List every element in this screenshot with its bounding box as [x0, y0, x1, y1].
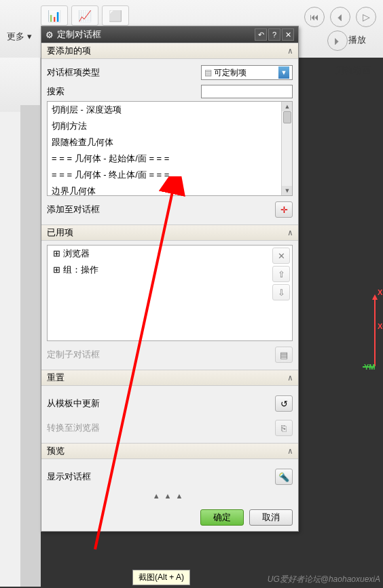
- left-panel-top: [0, 58, 41, 112]
- more-button[interactable]: 更多 ▾: [7, 31, 32, 43]
- used-items-tree[interactable]: ⊞ 浏览器 ⊞ 组：操作 ✕ ⇧ ⇩: [47, 245, 293, 341]
- axis-ym-label: YM: [364, 363, 376, 371]
- watermark: UG爱好者论坛@haohaoxuexiA: [268, 574, 380, 585]
- prev-icon[interactable]: ⏴: [330, 7, 350, 27]
- sub-dialog-label: 定制子对话框: [47, 349, 100, 361]
- update-template-label: 从模板中更新: [47, 397, 100, 410]
- ok-button[interactable]: 确定: [200, 509, 244, 526]
- move-up-button[interactable]: ⇧: [272, 266, 290, 282]
- more-label: 更多: [7, 31, 24, 41]
- show-dialog-button[interactable]: 🔦: [275, 469, 293, 485]
- search-label: 搜索: [47, 85, 65, 98]
- screenshot-tooltip: 截图(Alt + A): [132, 570, 190, 585]
- add-to-dialog-label: 添加至对话框: [47, 203, 100, 216]
- next-icon[interactable]: ⏵: [327, 31, 348, 51]
- list-item[interactable]: = = = 几何体 - 终止体/面 = = =: [48, 167, 292, 183]
- list-item[interactable]: 边界几何体: [48, 183, 292, 196]
- item-type-value: 可定制项: [214, 67, 247, 79]
- chevron-up-icon: ∧: [288, 373, 293, 383]
- item-type-select[interactable]: ▤ 可定制项 ▼: [201, 65, 293, 80]
- left-gutter: [0, 112, 20, 587]
- dialog-title: 定制对话框: [57, 28, 101, 41]
- play-label: 播放: [348, 34, 366, 46]
- section-preview[interactable]: 预览 ∧: [41, 443, 298, 459]
- mid-gutter: [20, 105, 41, 587]
- chevron-up-icon: ∧: [288, 46, 293, 56]
- search-input[interactable]: [201, 85, 293, 98]
- update-template-button[interactable]: ↺: [275, 395, 293, 412]
- convert-browser-button[interactable]: ⎘: [275, 420, 293, 436]
- section-used-items[interactable]: 已用项 ∧: [41, 224, 298, 241]
- section-reset[interactable]: 重置 ∧: [41, 370, 298, 386]
- section-used-label: 已用项: [47, 227, 73, 239]
- track-label: 刀轨动画: [335, 64, 371, 77]
- tree-item[interactable]: ⊞ 浏览器: [48, 246, 292, 262]
- scroll-up-icon[interactable]: ▲: [282, 102, 293, 111]
- list-item[interactable]: = = = 几何体 - 起始体/面 = = =: [48, 151, 292, 167]
- scroll-thumb[interactable]: [283, 111, 291, 123]
- play-icon[interactable]: ▷: [356, 7, 376, 27]
- list-scrollbar[interactable]: ▲ ▼: [281, 102, 292, 195]
- rewind-icon[interactable]: ⏮: [304, 7, 325, 27]
- reset-settings-icon[interactable]: ↶: [255, 28, 267, 41]
- scroll-down-icon[interactable]: ▼: [282, 186, 293, 195]
- toolbar-icon-1[interactable]: 📊: [41, 5, 68, 26]
- sub-dialog-button[interactable]: ▤: [275, 347, 293, 363]
- convert-browser-label: 转换至浏览器: [47, 422, 100, 434]
- right-toolbar: ⏮ ⏴ ▷ ⏵: [304, 7, 376, 27]
- dialog-titlebar[interactable]: ⚙ 定制对话框 ↶ ? ✕: [41, 26, 298, 43]
- close-icon[interactable]: ✕: [282, 28, 294, 41]
- axis-xc-label: XC: [378, 322, 383, 330]
- gear-icon: ⚙: [45, 30, 54, 40]
- help-icon[interactable]: ?: [268, 28, 280, 41]
- section-reset-label: 重置: [47, 372, 65, 384]
- axis-xm-label: XM: [378, 288, 383, 296]
- list-item[interactable]: 跟随检查几何体: [48, 134, 292, 151]
- chevron-up-icon: ∧: [288, 446, 293, 456]
- customize-dialog: ⚙ 定制对话框 ↶ ? ✕ 要添加的项 ∧ 对话框项类型 ▤ 可定制项 ▼ 搜索…: [41, 26, 299, 532]
- item-type-label: 对话框项类型: [47, 66, 201, 79]
- toolbar-icon-3[interactable]: ⬜: [102, 5, 129, 26]
- move-down-button[interactable]: ⇩: [272, 284, 290, 300]
- section-preview-label: 预览: [47, 445, 65, 457]
- cancel-button[interactable]: 取消: [249, 509, 293, 526]
- section-add-items[interactable]: 要添加的项 ∧: [41, 43, 298, 59]
- section-add-items-label: 要添加的项: [47, 45, 91, 57]
- list-item[interactable]: 切削层 - 深度选项: [48, 102, 292, 118]
- chevron-up-icon: ∧: [288, 228, 293, 237]
- available-items-list[interactable]: 切削层 - 深度选项 切削方法 跟随检查几何体 = = = 几何体 - 起始体/…: [47, 101, 293, 196]
- show-dialog-label: 显示对话框: [47, 471, 91, 483]
- tree-item[interactable]: ⊞ 组：操作: [48, 262, 292, 278]
- dropdown-arrow-icon: ▼: [278, 66, 289, 79]
- add-button[interactable]: ✛: [275, 201, 293, 218]
- resize-handle[interactable]: ▲▲▲: [41, 492, 298, 504]
- remove-button[interactable]: ✕: [272, 248, 290, 264]
- toolbar-icon-2[interactable]: 📈: [71, 5, 98, 26]
- list-item[interactable]: 切削方法: [48, 118, 292, 134]
- list-icon: ▤: [204, 68, 212, 77]
